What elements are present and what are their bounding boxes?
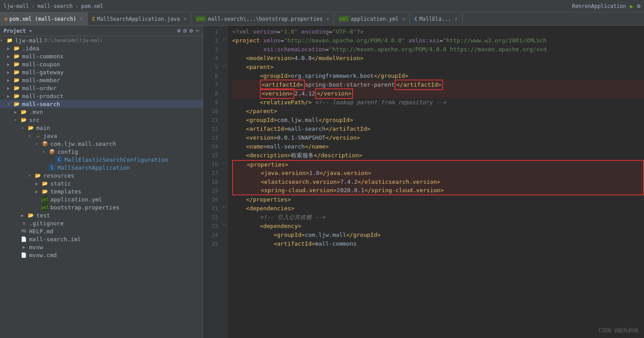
arrow-mall-commons[interactable]: ▶ (7, 54, 13, 59)
path-ljwmall: D:\JavaCode\ljw-mall (45, 38, 103, 43)
label-mallesc: MallElasticSearchConfiguration (64, 156, 168, 163)
arrow-main[interactable]: ▾ (21, 125, 27, 130)
tree-item-mall-commons[interactable]: ▶ 📂 mall-commons (0, 52, 203, 60)
watermark: CSDN @硕风和炜 (599, 327, 639, 334)
arrow-package-search[interactable]: ▾ (35, 141, 41, 146)
project-collapse-icon[interactable]: ⊟ (184, 27, 187, 34)
arrow-static[interactable]: ▶ (35, 181, 41, 186)
label-mall-product: mall-product (22, 93, 64, 99)
l7-val: spring-boot-starter-parent (305, 80, 395, 89)
label-idea: .idea (22, 45, 39, 52)
project-close-icon[interactable]: ─ (196, 27, 199, 34)
tree-item-mall-coupon[interactable]: ▶ 📂 mall-coupon (0, 60, 203, 68)
tab-appyml[interactable]: yml application.yml ✕ (334, 12, 410, 25)
tab-close-mallsearchapp[interactable]: ✕ (184, 16, 187, 22)
icon-iml: 📄 (20, 235, 27, 243)
tree-item-mall-product[interactable]: ▶ 📂 mall-product (0, 92, 203, 100)
tree-item-ljwmall[interactable]: ▾ 📁 ljw-mall D:\JavaCode\ljw-mall (0, 36, 203, 44)
project-sync-icon[interactable]: ⊕ (177, 27, 181, 34)
arrow-config[interactable]: ▾ (42, 149, 49, 154)
l12-indent (232, 125, 246, 133)
l18-indent (233, 178, 261, 186)
tree-item-mallsearchapp-tree[interactable]: C MallSearchApplication (0, 163, 203, 171)
l14-tag: name (249, 142, 263, 151)
tree-item-gitignore[interactable]: ⚙ .gitignore (0, 219, 203, 227)
tab-close-pom[interactable]: ✕ (80, 16, 83, 22)
tree-item-appyml-tree[interactable]: yml application.yml (0, 195, 203, 203)
tree-item-mall-gateway[interactable]: ▶ 📂 mall-gateway (0, 68, 203, 76)
l12-end-tag: artifactId (332, 125, 367, 133)
tree-item-iml[interactable]: 📄 mall-search.iml (0, 235, 203, 243)
gutter-5[interactable]: ▾ (221, 61, 227, 70)
l8-endtag-boxed: </version> (315, 88, 353, 99)
tab-close-bootstrap[interactable]: ✕ (326, 16, 329, 22)
tab-close-mallela[interactable]: ✕ (455, 16, 458, 22)
arrow-mall-gateway[interactable]: ▶ (7, 70, 13, 75)
tree-item-main[interactable]: ▾ 📂 main (0, 124, 203, 132)
tree-item-java[interactable]: ▾ ☕ java (0, 132, 203, 140)
tree-item-mall-search[interactable]: ▾ 📂 mall-search (0, 100, 203, 108)
tree-item-test[interactable]: ▶ 📂 test (0, 211, 203, 219)
editor-content: 1 2 3 4 5 6 7 8 9 10 11 12 13 14 15 16 1 (203, 26, 644, 338)
run-button[interactable]: ▶ (630, 3, 633, 10)
tree-item-mvn[interactable]: ▶ 📂 .mvn (0, 108, 203, 116)
tree-item-mvnwcmd[interactable]: 📄 mvnw.cmd (0, 251, 203, 259)
tab-mallela[interactable]: C MallEla... ✕ (410, 12, 463, 25)
code-area[interactable]: <?xml version="1.0" encoding="UTF-8"?> <… (228, 26, 644, 338)
arrow-src[interactable]: ▾ (14, 118, 20, 122)
code-line-6: <groupId>org.springframework.boot</group… (232, 72, 644, 80)
l8-indent (232, 89, 260, 98)
arrow-mall-order[interactable]: ▶ (7, 86, 13, 91)
ln-2: 2 (203, 36, 218, 45)
tree-item-mallesc[interactable]: C MallElasticSearchConfiguration (0, 156, 203, 163)
arrow-ljwmall[interactable]: ▾ (0, 38, 6, 43)
gutter-2[interactable]: ▾ (221, 34, 227, 43)
tab-bootstrap[interactable]: yml mall-search\...\bootstrap.properties… (191, 12, 334, 25)
gutter-21[interactable]: ▾ (221, 202, 227, 211)
arrow-test[interactable]: ▶ (21, 213, 27, 218)
label-appyml-tree: application.yml (50, 196, 102, 203)
arrow-mall-search[interactable]: ▾ (7, 102, 13, 106)
tree-item-helpmd[interactable]: MD HELP.md (0, 227, 203, 235)
line-numbers: 1 2 3 4 5 6 7 8 9 10 11 12 13 14 15 16 1 (203, 26, 221, 338)
label-mall-commons: mall-commons (22, 53, 64, 60)
tree-item-mall-order[interactable]: ▶ 📂 mall-order (0, 84, 203, 92)
gutter-23[interactable]: ▾ (221, 220, 227, 229)
icon-helpmd: MD (20, 228, 27, 235)
gutter-19 (221, 185, 227, 194)
tree-item-resources[interactable]: ▾ 📂 resources (0, 171, 203, 179)
tree-item-bootstrap-tree[interactable]: yml bootstrap.properties (0, 203, 203, 211)
tab-close-appyml[interactable]: ✕ (402, 16, 405, 22)
ln-10: 10 (203, 107, 218, 116)
tree-item-static[interactable]: ▶ 📂 static (0, 179, 203, 187)
arrow-mall-member[interactable]: ▶ (7, 78, 13, 83)
label-mall-order: mall-order (22, 85, 56, 91)
tree-item-src[interactable]: ▾ 📂 src (0, 116, 203, 124)
tree-item-idea[interactable]: ▶ 📂 .idea (0, 44, 203, 52)
arrow-mvn[interactable]: ▶ (14, 110, 20, 114)
tree-item-config[interactable]: ▾ 📦 config (0, 148, 203, 156)
arrow-idea[interactable]: ▶ (7, 46, 13, 51)
l18-close: > (437, 178, 441, 186)
run-config-label[interactable]: RenrenApplication (572, 3, 626, 9)
l2-xmlns2-val: "http://www.w3.org/2001/XMLSch (443, 36, 546, 45)
l19-end-tag: spring-cloud.version (371, 186, 441, 195)
arrow-java[interactable]: ▾ (28, 133, 34, 138)
tab-mallsearchapp[interactable]: C MallSearchApplication.java ✕ (88, 12, 192, 25)
l6-tag: groupId (263, 72, 287, 80)
tab-pom[interactable]: m pom.xml (mall-search) ✕ (0, 12, 88, 25)
label-mall-search: mall-search (22, 101, 60, 107)
project-settings-icon[interactable]: ⚙ (189, 27, 193, 34)
tree-item-mvnw[interactable]: ▶ mvnw (0, 243, 203, 251)
code-line-18: <elasticsearch.version>7.4.2</elasticsea… (232, 178, 644, 186)
tree-item-templates[interactable]: ▶ 📂 templates (0, 187, 203, 195)
gutter-24 (221, 229, 227, 238)
arrow-resources[interactable]: ▾ (28, 173, 34, 178)
gutter-16[interactable]: ▾ (221, 158, 227, 167)
settings-icon[interactable]: ⚙ (637, 3, 640, 9)
arrow-templates[interactable]: ▶ (35, 189, 41, 194)
arrow-mall-coupon[interactable]: ▶ (7, 62, 13, 67)
tree-item-mall-member[interactable]: ▶ 📂 mall-member (0, 76, 203, 84)
tree-item-package-search[interactable]: ▾ 📦 com.ljw.mall.search (0, 140, 203, 148)
arrow-mall-product[interactable]: ▶ (7, 94, 13, 99)
